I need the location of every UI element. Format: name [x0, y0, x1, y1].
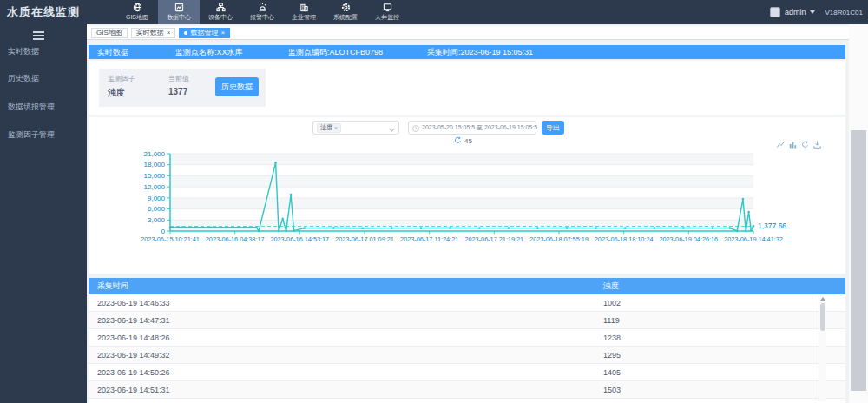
- countdown-value: 45: [464, 137, 472, 145]
- top-navigation: GIS地图 数据中心 设备中心 报警中心 企业管理 系统配置 人井监控: [116, 0, 408, 24]
- cell-turbidity: 1295: [603, 347, 621, 364]
- top-bar: 水质在线监测 GIS地图 数据中心 设备中心 报警中心 企业管理 系统配置 人井…: [0, 0, 868, 24]
- svg-text:2023-06-19 14:41:32: 2023-06-19 14:41:32: [724, 235, 783, 243]
- nav-item-gis-map[interactable]: GIS地图: [116, 0, 158, 24]
- sidebar-item-monitor-factor-mgmt[interactable]: 监测因子管理: [8, 129, 55, 141]
- tab-data-management[interactable]: 数据管理 ×: [179, 28, 230, 38]
- cell-turbidity: 1238: [603, 329, 621, 347]
- svg-text:2023-06-15 10:21:41: 2023-06-15 10:21:41: [141, 235, 200, 243]
- sidebar: 实时数据 历史数据 数据填报管理 监测因子管理: [0, 24, 87, 403]
- svg-text:2023-06-18 07:55:19: 2023-06-18 07:55:19: [529, 235, 589, 243]
- current-value: 1377: [168, 87, 187, 96]
- tab-gis-map[interactable]: GIS地图: [91, 28, 128, 38]
- active-dot-icon: [184, 31, 187, 35]
- svg-text:2023-06-17 21:19:21: 2023-06-17 21:19:21: [464, 235, 523, 243]
- svg-text:18,000: 18,000: [144, 161, 166, 168]
- info-station-name: 监测点名称:XX水库: [175, 45, 243, 59]
- table-row: 2023-06-19 14:52:261602: [89, 399, 845, 403]
- sidebar-item-data-report-mgmt[interactable]: 数据填报管理: [8, 102, 55, 113]
- table-body: 2023-06-19 14:46:3310022023-06-19 14:47:…: [89, 294, 845, 403]
- selected-factor-tag: 浊度 ×: [317, 123, 341, 133]
- table-row: 2023-06-19 14:51:311503: [89, 381, 845, 399]
- avatar: [770, 7, 780, 17]
- nav-item-label: GIS地图: [126, 13, 148, 22]
- cell-turbidity: 1405: [603, 364, 621, 381]
- factor-select[interactable]: 浊度 ×: [312, 121, 399, 135]
- nav-item-label: 企业管理: [292, 13, 316, 22]
- close-icon[interactable]: ×: [220, 30, 225, 36]
- nav-item-label: 人井监控: [375, 13, 399, 22]
- user-menu[interactable]: admin V18R01C01: [770, 0, 863, 24]
- clock-icon: [412, 120, 419, 135]
- svg-text:2023-06-19 04:26:16: 2023-06-19 04:26:16: [659, 235, 718, 243]
- cell-collect-time: 2023-06-19 14:47:31: [97, 312, 170, 329]
- nav-item-system-settings[interactable]: 系统配置: [325, 0, 366, 24]
- nav-item-label: 数据中心: [167, 13, 191, 22]
- cell-turbidity: 1503: [603, 381, 621, 399]
- svg-text:6,000: 6,000: [148, 205, 166, 213]
- close-icon[interactable]: ×: [167, 30, 171, 36]
- chevron-down-icon: [810, 10, 815, 14]
- page-scrollbar-thumb[interactable]: [851, 130, 866, 391]
- table-row: 2023-06-19 14:47:311119: [89, 312, 845, 329]
- version-label: V18R01C01: [825, 9, 863, 17]
- page-scrollbar[interactable]: [849, 24, 868, 403]
- svg-text:2023-06-16 14:53:17: 2023-06-16 14:53:17: [270, 235, 329, 243]
- alarm-center-icon: [258, 3, 267, 12]
- settings-gear-icon: [341, 3, 351, 12]
- table-scrollbar[interactable]: [819, 295, 826, 401]
- cell-collect-time: 2023-06-19 14:46:33: [97, 294, 170, 312]
- cell-turbidity: 1002: [603, 294, 621, 312]
- svg-text:9,000: 9,000: [148, 195, 166, 202]
- chevron-down-icon: [389, 120, 395, 135]
- tab-label: GIS地图: [96, 28, 122, 37]
- tags-bar: GIS地图 实时数据 × 数据管理 ×: [87, 26, 849, 40]
- table-header: 采集时间 浊度: [89, 278, 845, 294]
- table-header-turbidity: 浊度: [603, 278, 619, 294]
- station-info-bar: 实时数据 监测点名称:XX水库 监测点编码:ALOTCFB0798 采集时间:2…: [89, 45, 845, 59]
- scroll-up-icon[interactable]: [820, 297, 825, 301]
- tab-label: 数据管理: [190, 28, 218, 37]
- nav-item-label: 报警中心: [250, 13, 274, 22]
- refresh-countdown: 45: [454, 136, 472, 146]
- history-data-button[interactable]: 历史数据: [215, 77, 259, 96]
- sidebar-item-history-data[interactable]: 历史数据: [8, 73, 39, 84]
- svg-text:2023-06-17 01:09:21: 2023-06-17 01:09:21: [335, 235, 394, 243]
- factor-card-panel: 监测因子 浊度 当前值 1377 历史数据: [89, 61, 845, 115]
- date-range-input[interactable]: 2023-05-20 15:05:5 至 2023-06-19 15:05:5: [408, 121, 536, 135]
- svg-text:0: 0: [161, 228, 166, 235]
- nav-item-label: 系统配置: [333, 13, 358, 22]
- svg-text:15,000: 15,000: [144, 172, 166, 180]
- svg-text:1,377.66: 1,377.66: [758, 221, 786, 230]
- nav-item-manhole-monitor[interactable]: 人井监控: [366, 0, 408, 24]
- svg-text:3,000: 3,000: [148, 216, 166, 224]
- history-chart: 03,0006,0009,00012,00015,00018,00021,000…: [130, 147, 816, 249]
- cell-turbidity: 1119: [603, 312, 620, 329]
- svg-text:12,000: 12,000: [144, 183, 166, 191]
- hamburger-icon[interactable]: [33, 31, 44, 42]
- monitor-icon: [383, 3, 392, 12]
- nav-item-enterprise[interactable]: 企业管理: [283, 0, 325, 24]
- globe-icon: [133, 3, 142, 12]
- selected-factor-label: 浊度: [320, 123, 332, 132]
- table-scrollbar-thumb[interactable]: [820, 303, 825, 331]
- factor-stat-box: 监测因子 浊度 当前值 1377 历史数据: [99, 69, 266, 107]
- chart-panel: 浊度 × 2023-05-20 15:05:5 至 2023-06-19 15:…: [89, 117, 845, 274]
- table-row: 2023-06-19 14:50:261405: [89, 364, 845, 381]
- sidebar-item-realtime-data[interactable]: 实时数据: [8, 46, 39, 57]
- info-collect-time: 采集时间:2023-06-19 15:05:31: [427, 45, 533, 59]
- device-center-icon: [216, 3, 226, 12]
- main-content: GIS地图 实时数据 × 数据管理 × 实时数据 监测点名称:XX水库 监测点编…: [87, 24, 849, 403]
- export-button[interactable]: 导出: [542, 121, 564, 135]
- info-page-label: 实时数据: [97, 45, 128, 59]
- nav-item-data-center[interactable]: 数据中心: [158, 0, 200, 24]
- cell-collect-time: 2023-06-19 14:52:26: [97, 399, 170, 403]
- app-title: 水质在线监测: [7, 0, 80, 24]
- tab-realtime-data[interactable]: 实时数据 ×: [131, 28, 176, 38]
- nav-item-alarm-center[interactable]: 报警中心: [241, 0, 283, 24]
- nav-item-device-center[interactable]: 设备中心: [200, 0, 241, 24]
- refresh-icon[interactable]: [454, 136, 462, 146]
- cell-collect-time: 2023-06-19 14:48:26: [97, 329, 170, 347]
- enterprise-icon: [299, 3, 309, 12]
- tag-close-icon[interactable]: ×: [334, 125, 338, 131]
